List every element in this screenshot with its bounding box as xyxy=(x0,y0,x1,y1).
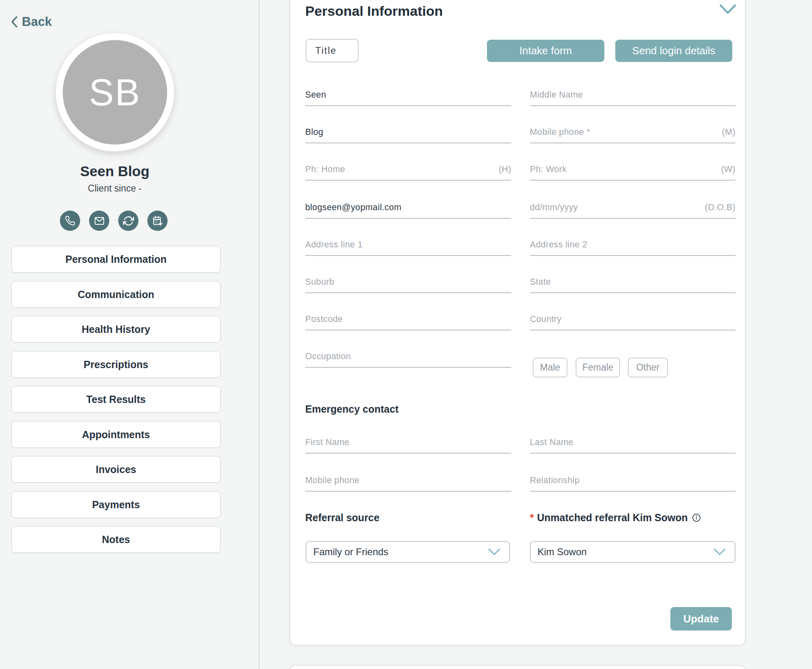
sidebar-item-label: Health History xyxy=(82,324,150,335)
field-placeholder: Address line 1 xyxy=(305,240,363,250)
email-field[interactable]: blogseen@yopmail.com xyxy=(305,194,511,219)
emergency-contact-heading: Emergency contact xyxy=(305,403,399,415)
chevron-left-icon xyxy=(11,16,18,28)
personal-information-panel: Personal Information Title Intake form S… xyxy=(289,0,746,646)
field-placeholder: dd/mm/yyyy xyxy=(530,202,578,213)
work-phone-field[interactable]: Ph: Work(W) xyxy=(530,156,735,181)
call-client-button[interactable] xyxy=(60,211,80,231)
gender-male-label: Male xyxy=(540,362,560,373)
sidebar-item-personal-information[interactable]: Personal Information xyxy=(11,246,221,273)
intake-form-label: Intake form xyxy=(519,45,572,57)
sidebar-item-label: Invoices xyxy=(96,464,136,475)
date-of-birth-field[interactable]: dd/mm/yyyy(D.O.B) xyxy=(530,194,735,219)
field-suffix: (D.O.B) xyxy=(705,202,735,213)
referral-person-value: Kim Sowon xyxy=(538,546,587,558)
sidebar-item-health-history[interactable]: Health History xyxy=(11,316,221,343)
calendar-add-icon xyxy=(152,215,163,226)
sidebar-item-test-results[interactable]: Test Results xyxy=(11,386,221,413)
email-icon xyxy=(94,215,105,226)
sidebar-item-label: Personal Information xyxy=(65,254,166,265)
state-field[interactable]: State xyxy=(530,269,735,293)
field-value: Blog xyxy=(305,127,323,137)
gender-other-button[interactable]: Other xyxy=(628,358,668,377)
field-placeholder: Ph: Work xyxy=(530,164,567,175)
referral-source-label: Referral source xyxy=(305,512,379,524)
emergency-first-name-field[interactable]: First Name xyxy=(305,429,511,454)
field-placeholder: Mobile phone * xyxy=(530,127,590,137)
next-section-panel xyxy=(289,665,746,669)
emergency-last-name-field[interactable]: Last Name xyxy=(530,429,735,454)
client-name: Seen Blog xyxy=(0,163,230,179)
sidebar-item-invoices[interactable]: Invoices xyxy=(11,456,221,483)
required-asterisk: * xyxy=(530,512,534,523)
field-value: blogseen@yopmail.com xyxy=(305,202,402,213)
field-placeholder: Suburb xyxy=(305,277,334,287)
avatar-initials: SB xyxy=(63,40,167,145)
middle-name-field[interactable]: Middle Name xyxy=(530,82,735,106)
field-placeholder: Relationship xyxy=(530,475,580,486)
title-input[interactable]: Title xyxy=(306,39,359,62)
info-icon[interactable] xyxy=(692,513,701,525)
collapse-section-button[interactable] xyxy=(719,4,736,16)
new-appointment-button[interactable] xyxy=(147,211,168,231)
phone-icon xyxy=(65,215,75,226)
update-button[interactable]: Update xyxy=(670,607,732,631)
sync-client-button[interactable] xyxy=(118,211,138,231)
first-name-field[interactable]: Seen xyxy=(305,82,511,106)
suburb-field[interactable]: Suburb xyxy=(305,269,511,293)
emergency-mobile-phone-field[interactable]: Mobile phone xyxy=(305,467,511,492)
field-placeholder: Postcode xyxy=(305,314,343,324)
panel-title: Personal Information xyxy=(305,3,443,19)
address-line-1-field[interactable]: Address line 1 xyxy=(305,232,511,256)
field-placeholder: Last Name xyxy=(530,437,574,447)
client-since: Client since - xyxy=(0,183,230,194)
field-placeholder: State xyxy=(530,277,551,287)
field-suffix: (W) xyxy=(721,164,735,175)
referral-source-value: Family or Friends xyxy=(313,546,388,558)
gender-female-label: Female xyxy=(582,362,614,373)
mobile-phone-field[interactable]: Mobile phone *(M) xyxy=(530,119,735,143)
field-placeholder: Middle Name xyxy=(530,90,583,100)
sidebar-item-appointments[interactable]: Appointments xyxy=(11,421,221,448)
address-line-2-field[interactable]: Address line 2 xyxy=(530,232,735,256)
email-client-button[interactable] xyxy=(89,211,109,231)
sidebar-item-notes[interactable]: Notes xyxy=(11,526,221,553)
intake-form-button[interactable]: Intake form xyxy=(487,40,604,62)
unmatched-referral-text: Unmatched referral Kim Sowon xyxy=(537,512,688,523)
title-input-value: Title xyxy=(315,45,337,56)
referral-source-select[interactable]: Family or Friends xyxy=(306,541,510,563)
sidebar-divider xyxy=(259,0,259,669)
field-placeholder: Ph: Home xyxy=(305,164,345,175)
update-label: Update xyxy=(683,613,719,625)
avatar: SB xyxy=(56,33,174,151)
sidebar-item-label: Communication xyxy=(78,289,154,300)
home-phone-field[interactable]: Ph: Home(H) xyxy=(305,156,511,181)
field-placeholder: Occupation xyxy=(305,352,351,362)
sidebar-item-payments[interactable]: Payments xyxy=(11,491,221,518)
field-suffix: (M) xyxy=(722,127,735,137)
send-login-label: Send login details xyxy=(632,45,715,57)
gender-male-button[interactable]: Male xyxy=(533,358,568,377)
country-field[interactable]: Country xyxy=(530,306,735,330)
last-name-field[interactable]: Blog xyxy=(305,119,511,143)
chevron-down-icon xyxy=(488,548,500,556)
sidebar-item-label: Test Results xyxy=(86,394,146,405)
field-placeholder: First Name xyxy=(305,437,349,447)
field-value: Seen xyxy=(305,90,326,100)
send-login-details-button[interactable]: Send login details xyxy=(615,40,732,62)
back-label: Back xyxy=(22,15,52,29)
sidebar-item-label: Payments xyxy=(92,499,140,511)
sidebar-item-label: Appointments xyxy=(82,429,150,441)
sidebar-item-communication[interactable]: Communication xyxy=(11,281,221,308)
sidebar-item-prescriptions[interactable]: Prescriptions xyxy=(11,351,221,378)
referral-person-select[interactable]: Kim Sowon xyxy=(530,541,735,563)
occupation-field[interactable]: Occupation xyxy=(305,343,511,368)
emergency-relationship-field[interactable]: Relationship xyxy=(530,467,735,492)
field-suffix: (H) xyxy=(499,164,511,175)
postcode-field[interactable]: Postcode xyxy=(305,306,511,330)
field-placeholder: Address line 2 xyxy=(530,240,587,250)
field-placeholder: Mobile phone xyxy=(305,475,359,486)
field-placeholder: Country xyxy=(530,314,561,324)
back-link[interactable]: Back xyxy=(11,15,52,29)
gender-female-button[interactable]: Female xyxy=(576,358,620,377)
